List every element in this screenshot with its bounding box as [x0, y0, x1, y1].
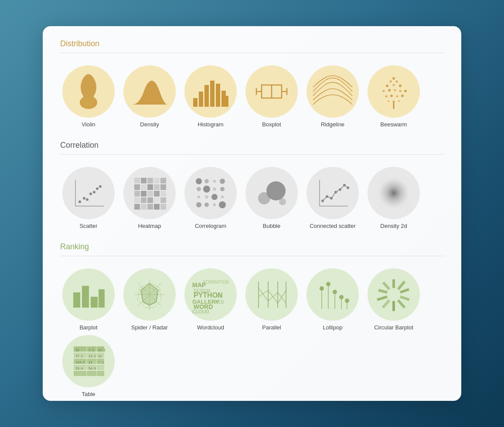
svg-point-93	[343, 184, 346, 186]
chart-label-circular-barplot: Circular Barplot	[374, 324, 413, 331]
chart-label-correlogram: Correlogram	[195, 223, 226, 229]
chart-label-spider-radar: Spider / Radar	[131, 324, 168, 331]
chart-item-circular-barplot[interactable]: Circular Barplot	[365, 268, 422, 331]
svg-rect-49	[147, 184, 153, 190]
chart-item-ridgeline[interactable]: Ridgeline	[304, 65, 361, 128]
svg-rect-52	[134, 191, 140, 197]
svg-text:13.5: 13.5	[89, 355, 96, 358]
correlogram-icon	[191, 173, 230, 213]
correlation-grid: Scatter	[60, 167, 444, 229]
svg-point-23	[399, 90, 402, 92]
chart-item-lollipop[interactable]: Lollipop	[304, 268, 361, 331]
chart-circle-wordcloud: MAP FORMATION DESIGN PYTHON GALLERY CO W…	[184, 268, 237, 321]
svg-point-41	[99, 185, 102, 188]
chart-item-bubble[interactable]: Bubble	[243, 167, 300, 229]
spider-icon	[130, 275, 169, 314]
chart-circle-histogram	[184, 65, 237, 118]
section-title-distribution: Distribution	[60, 39, 444, 48]
svg-point-91	[334, 191, 337, 193]
svg-point-37	[86, 198, 89, 201]
svg-rect-98	[91, 297, 98, 308]
svg-point-72	[203, 186, 210, 193]
chart-item-histogram[interactable]: Histogram	[182, 65, 239, 128]
barplot-rank-icon	[69, 277, 108, 312]
wordcloud-icon: MAP FORMATION DESIGN PYTHON GALLERY CO W…	[190, 275, 232, 314]
svg-rect-97	[82, 286, 89, 308]
svg-rect-151	[74, 371, 104, 376]
svg-rect-66	[160, 204, 166, 210]
svg-line-124	[268, 290, 278, 303]
svg-rect-58	[141, 197, 146, 203]
chart-item-density-2d[interactable]: Density 2d	[365, 167, 422, 229]
svg-text:12: 12	[98, 355, 102, 358]
svg-text:54.6: 54.6	[89, 367, 96, 370]
svg-point-78	[221, 196, 224, 198]
svg-point-14	[392, 77, 395, 80]
chart-label-boxplot: Boxplot	[262, 121, 281, 128]
chart-circle-violin	[62, 65, 115, 118]
svg-point-79	[196, 202, 201, 207]
scatter-icon	[69, 176, 108, 210]
svg-rect-43	[141, 178, 146, 183]
svg-point-19	[399, 85, 402, 87]
svg-point-89	[326, 195, 328, 198]
svg-text:12: 12	[89, 361, 92, 364]
chart-label-table: Table	[82, 391, 95, 397]
chart-item-scatter[interactable]: Scatter	[60, 167, 117, 229]
chart-circle-connected-scatter	[306, 167, 359, 219]
svg-rect-5	[216, 84, 220, 107]
svg-point-20	[383, 90, 385, 92]
svg-point-135	[345, 298, 349, 303]
svg-point-76	[205, 195, 208, 199]
chart-circle-lollipop	[306, 268, 359, 321]
svg-point-131	[333, 290, 337, 294]
chart-circle-density	[123, 65, 176, 118]
svg-point-88	[321, 200, 324, 202]
svg-point-29	[393, 101, 395, 103]
chart-item-density[interactable]: Density	[121, 65, 178, 128]
svg-text:7.1: 7.1	[98, 361, 104, 364]
svg-line-123	[259, 290, 268, 297]
svg-point-127	[320, 286, 324, 291]
svg-line-140	[398, 300, 405, 308]
svg-point-21	[388, 89, 391, 92]
svg-rect-47	[134, 184, 140, 190]
svg-text:CLOUD: CLOUD	[192, 309, 209, 314]
bubble-icon	[252, 176, 291, 210]
svg-rect-54	[147, 191, 153, 197]
svg-rect-57	[134, 197, 140, 203]
svg-point-92	[339, 188, 341, 191]
chart-item-correlogram[interactable]: Correlogram	[182, 167, 239, 229]
chart-item-violin[interactable]: Violin	[60, 65, 117, 128]
svg-point-69	[213, 180, 216, 183]
chart-item-beeswarm[interactable]: Beeswarm	[365, 65, 422, 128]
chart-label-lollipop: Lollipop	[323, 324, 343, 331]
chart-item-barplot[interactable]: Barplot	[60, 268, 117, 331]
chart-item-table[interactable]: 22 7.1 13.5 77.1 13.5 12 124.5 12 7.1 29…	[60, 335, 117, 397]
chart-item-spider-radar[interactable]: Spider / Radar	[121, 268, 178, 331]
svg-line-144	[378, 290, 387, 292]
chart-item-parallel[interactable]: Parallel	[243, 268, 300, 331]
chart-item-connected-scatter[interactable]: Connected scatter	[304, 167, 361, 229]
svg-point-80	[204, 203, 209, 207]
chart-item-heatmap[interactable]: Heatmap	[121, 167, 178, 229]
ranking-grid: Barplot	[60, 268, 444, 397]
svg-point-129	[326, 282, 330, 286]
chart-circle-barplot	[62, 268, 115, 321]
svg-rect-59	[147, 197, 153, 203]
chart-circle-bubble	[245, 167, 298, 219]
svg-rect-42	[134, 178, 140, 183]
chart-item-wordcloud[interactable]: MAP FORMATION DESIGN PYTHON GALLERY CO W…	[182, 268, 239, 331]
svg-point-18	[393, 84, 395, 86]
chart-circle-ridgeline	[306, 65, 359, 118]
svg-rect-53	[141, 191, 146, 197]
svg-point-16	[396, 81, 398, 83]
chart-item-boxplot[interactable]: Boxplot	[243, 65, 300, 128]
chart-label-bubble: Bubble	[263, 223, 280, 229]
svg-point-82	[219, 201, 226, 208]
svg-point-26	[390, 95, 393, 97]
density-icon	[130, 76, 169, 107]
svg-marker-106	[141, 284, 158, 305]
svg-line-139	[400, 297, 409, 300]
svg-text:13.5: 13.5	[98, 349, 106, 352]
